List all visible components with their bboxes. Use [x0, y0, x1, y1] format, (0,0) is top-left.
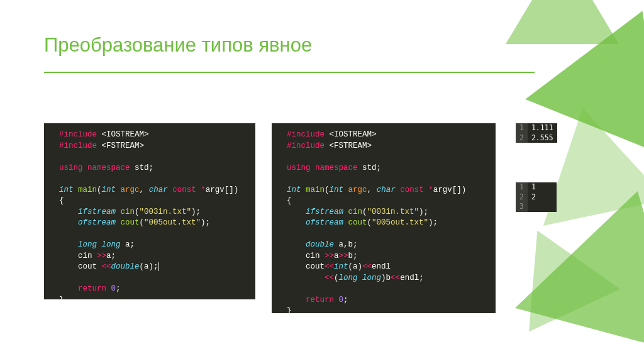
type: ofstream [78, 218, 116, 227]
function-name: main [306, 186, 325, 194]
line-number: 1 [516, 123, 528, 133]
string: "005out.txt" [372, 218, 428, 227]
output-value: 1 [528, 182, 557, 192]
type: char [377, 186, 396, 194]
code-block-1: #include <IOSTREAM> #include <FSTREAM> u… [44, 123, 255, 299]
keyword: namespace [315, 164, 358, 172]
output-block-2: 11 22 3 [516, 182, 557, 212]
string: "003in.txt" [140, 208, 192, 216]
preproc: #include [59, 130, 97, 139]
output-row: 11.111 [516, 123, 557, 133]
line-number: 3 [516, 202, 528, 212]
type: ifstream [78, 208, 116, 216]
keyword: return [306, 296, 334, 304]
type: long [78, 240, 97, 249]
identifier: a [125, 240, 130, 249]
identifier: )b [381, 274, 391, 282]
output-block-1: 11.111 22.555 [516, 123, 557, 143]
operator: << [362, 262, 372, 271]
type: long [102, 240, 121, 249]
operator: >> [97, 252, 106, 260]
preproc: #include [59, 142, 97, 150]
type: char [149, 186, 168, 194]
output-row: 11 [516, 182, 557, 192]
identifier: (a); [140, 262, 159, 271]
identifier: std [135, 164, 149, 172]
title-underline [44, 72, 535, 73]
code-block-2: #include <IOSTREAM> #include <FSTREAM> u… [272, 123, 496, 313]
type: int [59, 186, 74, 194]
type: long [362, 274, 381, 282]
header-name: <IOSTREAM> [102, 130, 149, 139]
identifier: endl; [400, 274, 424, 282]
type: int [102, 186, 116, 194]
type: int [287, 186, 301, 194]
header-name: <FSTREAM> [102, 142, 145, 150]
type: int [334, 262, 348, 271]
identifier: cout [121, 218, 140, 227]
identifier: cin [121, 208, 135, 216]
type: ofstream [306, 218, 343, 227]
identifier: cout [78, 262, 102, 271]
identifier: std [362, 164, 377, 172]
identifier: a [334, 252, 339, 260]
keyword: using [287, 164, 311, 172]
identifier: cin [78, 252, 97, 260]
paren: ( [334, 274, 339, 282]
type: double [306, 240, 334, 249]
output-value: 2 [528, 192, 557, 203]
type: int [330, 186, 344, 194]
identifier: a; [106, 252, 116, 260]
keyword: using [59, 164, 83, 172]
number: 0 [111, 284, 116, 293]
type: ifstream [306, 208, 343, 216]
function-name: main [78, 186, 97, 194]
identifier: cin [348, 208, 363, 216]
output-row: 3 [516, 202, 557, 212]
identifier: cout [348, 218, 367, 227]
operator: << [391, 274, 400, 282]
line-number: 2 [516, 192, 528, 203]
type: long [339, 274, 358, 282]
keyword: namespace [87, 164, 130, 172]
type: double [111, 262, 140, 271]
identifier: endl [372, 262, 391, 271]
output-value: 1.111 [528, 123, 557, 133]
line-number: 1 [516, 182, 528, 192]
string: "005out.txt" [144, 218, 201, 227]
output-row: 22 [516, 192, 557, 203]
header-name: <FSTREAM> [330, 142, 372, 150]
identifier: cout [306, 262, 325, 271]
string: "003in.txt" [367, 208, 419, 216]
header-name: <IOSTREAM> [330, 130, 377, 139]
operator: >> [325, 252, 334, 260]
output-value [528, 202, 557, 212]
param: argc [348, 186, 367, 194]
slide: Преобразование типов явное #include <IOS… [0, 0, 644, 361]
keyword: const [400, 186, 424, 194]
line-number: 2 [516, 133, 528, 143]
param: argc [121, 186, 140, 194]
identifier: b; [348, 252, 358, 260]
output-row: 22.555 [516, 133, 557, 143]
identifier: (a) [348, 262, 363, 271]
preproc: #include [287, 142, 325, 150]
keyword: return [78, 284, 106, 293]
slide-title: Преобразование типов явное [44, 34, 312, 57]
operator: << [102, 262, 111, 271]
operator: << [325, 262, 334, 271]
operator: >> [339, 252, 348, 260]
operator: << [325, 274, 334, 282]
preproc: #include [287, 130, 325, 139]
param: argv [206, 186, 225, 194]
identifier: a,b; [339, 240, 358, 249]
number: 0 [339, 296, 344, 304]
keyword: const [172, 186, 196, 194]
param: argv [433, 186, 452, 194]
identifier: cin [306, 252, 325, 260]
output-value: 2.555 [528, 133, 557, 143]
